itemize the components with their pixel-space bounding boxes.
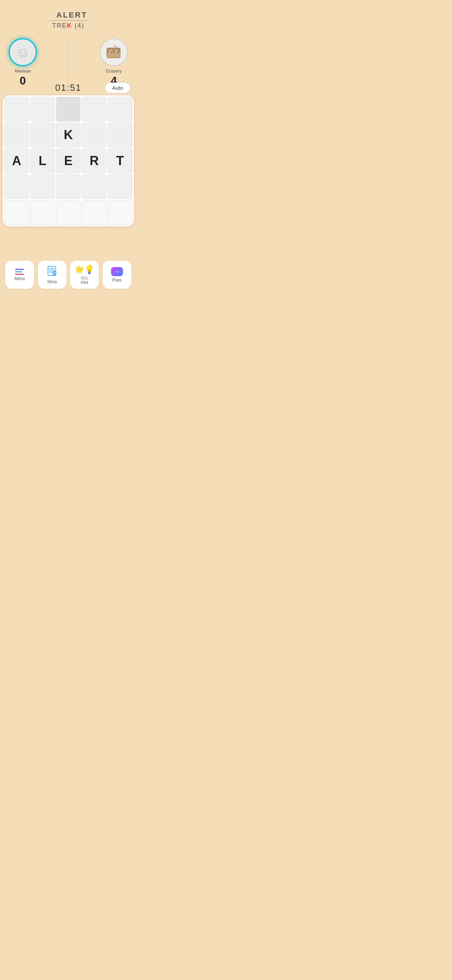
word-trek-prefix: TRE [52, 22, 67, 29]
pass-nav-item[interactable]: → Pass [103, 261, 131, 289]
menu-bar-2 [15, 271, 22, 272]
pass-arrow-icon: → [114, 268, 120, 275]
cell-3-4 [108, 174, 132, 199]
smiley-icon: ☺ [16, 45, 30, 60]
svg-point-4 [111, 51, 112, 52]
cell-1-4 [108, 123, 132, 148]
story-icon-svg [46, 265, 58, 277]
cell-4-0 [4, 200, 29, 225]
cell-4-4 [108, 200, 132, 225]
cell-2-0: A [4, 149, 29, 173]
word-trek: TREK (4) [52, 22, 84, 29]
story-nav-item[interactable]: Story [38, 261, 67, 289]
player-right-name: Erasery [106, 68, 122, 73]
menu-bar-1 [15, 269, 24, 270]
cell-1-1 [30, 123, 55, 148]
center-divider [68, 38, 69, 77]
sun-icon: 🌟 [75, 265, 84, 274]
cell-2-4: T [108, 149, 132, 173]
auto-button[interactable]: Auto [105, 83, 131, 93]
cell-0-3 [82, 97, 107, 122]
hint-nav-item[interactable]: 🌟 💡 0(1) Hint [70, 261, 99, 289]
cell-1-2: K [56, 123, 81, 148]
hint-count: 0(1) [81, 276, 88, 280]
top-section: ALERT TREK (4) ☺ Мелкая 0 [0, 0, 137, 77]
cell-3-2 [56, 174, 81, 199]
word-trek-suffix: (4) [72, 22, 84, 29]
player-left-name: Мелкая [15, 68, 31, 73]
cell-2-1: L [30, 149, 55, 173]
svg-point-5 [116, 51, 118, 52]
hint-icons: 🌟 💡 [75, 265, 95, 274]
cell-0-2 [56, 97, 81, 122]
timer-row: 01:51 Auto [0, 80, 137, 95]
story-icon [46, 265, 58, 278]
cell-3-0 [4, 174, 29, 199]
pass-icon: → [111, 267, 123, 276]
menu-nav-item[interactable]: Menu [5, 261, 34, 289]
word-alert: ALERT [49, 11, 87, 21]
bottom-nav: Menu Story 🌟 💡 0(1) Hint → Pass [0, 257, 137, 296]
lightbulb-icon: 💡 [84, 265, 95, 274]
game-grid: K A L E R T [4, 97, 132, 225]
menu-bar-3 [15, 274, 24, 275]
menu-icon [15, 269, 24, 275]
cell-0-1 [30, 97, 55, 122]
cell-3-1 [30, 174, 55, 199]
hint-label: Hint [81, 280, 88, 285]
game-grid-container: K A L E R T [3, 95, 134, 226]
cell-4-1 [30, 200, 55, 225]
story-label: Story [47, 279, 57, 284]
cell-2-2: E [56, 149, 81, 173]
cell-1-0 [4, 123, 29, 148]
word-trek-highlight: K [67, 22, 72, 29]
pass-label: Pass [112, 278, 122, 283]
cell-0-4 [108, 97, 132, 122]
game-timer: 01:51 [55, 83, 81, 93]
avatar-right [100, 38, 128, 66]
avatar-left: ☺ [9, 38, 37, 66]
cell-2-3: R [82, 149, 107, 173]
eraser-avatar-icon [103, 42, 124, 63]
menu-label: Menu [14, 276, 25, 281]
cell-1-3 [82, 123, 107, 148]
cell-4-3 [82, 200, 107, 225]
cell-4-2 [56, 200, 81, 225]
svg-point-6 [115, 48, 116, 49]
word-display: ALERT TREK (4) [49, 11, 87, 29]
cell-3-3 [82, 174, 107, 199]
cell-0-0 [4, 97, 29, 122]
